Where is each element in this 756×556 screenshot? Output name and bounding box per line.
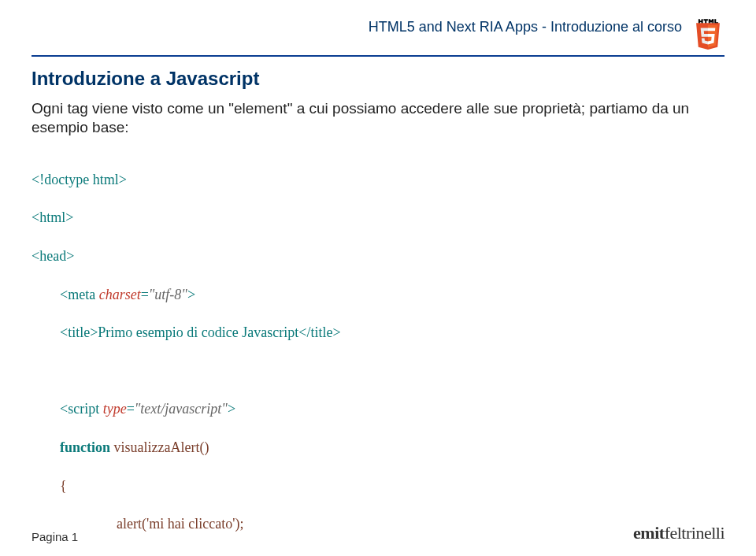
header-divider <box>32 55 724 57</box>
brand-logo: emitfeltrinelli <box>633 523 724 543</box>
header: HTML5 and Next RIA Apps - Introduzione a… <box>32 14 724 52</box>
section-title: Introduzione a Javascript <box>32 68 724 90</box>
page-number: Pagina 1 <box>32 530 78 543</box>
code-block: <!doctype html> <html> <head> <meta char… <box>32 151 724 557</box>
footer: Pagina 1 emitfeltrinelli <box>32 523 724 543</box>
intro-paragraph: Ogni tag viene visto come un "element" a… <box>32 99 724 137</box>
course-title: HTML5 and Next RIA Apps - Introduzione a… <box>369 19 682 35</box>
html5-logo-icon <box>691 14 724 52</box>
